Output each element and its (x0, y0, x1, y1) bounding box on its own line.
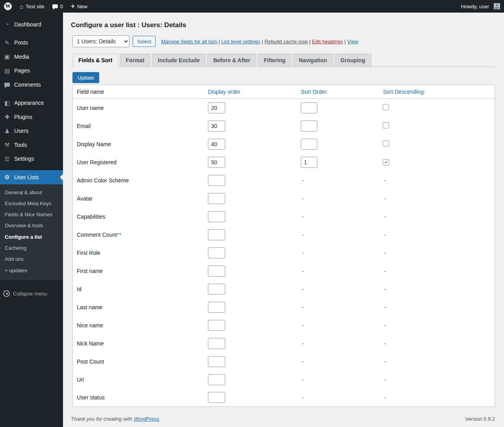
sort-descending-checkbox[interactable]: ✓ (383, 159, 389, 165)
display-order-input[interactable] (208, 247, 225, 258)
no-sort-dash: - (301, 394, 304, 401)
no-sort-dash: - (301, 377, 304, 383)
wordpress-link[interactable]: WordPress (134, 416, 159, 422)
new-content-menu[interactable]: + New (67, 0, 91, 13)
display-order-input[interactable] (208, 193, 225, 204)
no-descending-dash: - (383, 250, 386, 256)
sort-descending-checkbox[interactable] (383, 140, 389, 147)
sidebar-item-users[interactable]: ♟Users (0, 124, 63, 138)
sidebar-item-plugins[interactable]: ✚Plugins (0, 110, 63, 124)
plus-icon: + (71, 3, 75, 9)
tab-grouping[interactable]: Grouping (335, 54, 371, 67)
display-order-input[interactable] (208, 265, 225, 277)
sidebar-item-settings[interactable]: ☰Settings (0, 152, 63, 166)
tab-fields-sort[interactable]: Fields & Sort (72, 54, 118, 67)
tab-before-after[interactable]: Before & After (207, 54, 256, 67)
link-view[interactable]: View (347, 39, 358, 45)
display-order-input[interactable] (208, 139, 225, 150)
field-name: First Role (77, 250, 100, 256)
display-order-input[interactable] (208, 392, 225, 403)
tab-bar: Fields & SortFormatInclude ExcludeBefore… (71, 54, 495, 67)
collapse-menu-button[interactable]: ◀ Collapse menu (0, 286, 63, 301)
submenu-item-configure-a-list[interactable]: Configure a list (0, 232, 63, 243)
footer-thanks: Thank you for creating with WordPress. (71, 416, 161, 422)
tools-icon: ⚒ (3, 141, 11, 149)
sidebar-item-pages[interactable]: ▤Pages (0, 64, 63, 78)
table-header-row: Field nameDisplay orderSort Order:Sort D… (73, 85, 495, 99)
update-button[interactable]: Update (72, 72, 99, 83)
sort-descending-checkbox[interactable] (383, 122, 389, 128)
tab-format[interactable]: Format (120, 54, 150, 67)
sort-order-input[interactable] (301, 121, 317, 132)
display-order-input[interactable] (208, 211, 225, 222)
sidebar-item-comments[interactable]: Comments (0, 78, 63, 92)
no-sort-dash: - (301, 232, 304, 238)
display-order-input[interactable] (208, 175, 225, 186)
posts-icon: ✎ (3, 39, 11, 47)
column-header-display-order[interactable]: Display order (204, 85, 297, 99)
tab-filtering[interactable]: Filtering (258, 54, 291, 67)
link-edit-headings[interactable]: Edit headings (312, 39, 343, 45)
display-order-cell (204, 99, 297, 117)
sort-descending-checkbox[interactable] (383, 104, 389, 110)
display-order-cell (204, 371, 297, 389)
table-row: Avatar-- (73, 189, 495, 208)
sidebar-item-tools[interactable]: ⚒Tools (0, 138, 63, 152)
display-order-input[interactable] (208, 302, 225, 313)
comments-menu[interactable]: 0 (48, 0, 67, 13)
sidebar-item-dashboard[interactable]: ◔Dashboard (0, 17, 63, 32)
submenu-item-general-about[interactable]: General & about (0, 187, 63, 198)
new-label: New (77, 4, 87, 9)
gear-icon: ⚙ (3, 173, 11, 181)
sidebar-item-media[interactable]: ▣Media (0, 50, 63, 64)
field-name-cell: User name (73, 99, 204, 117)
sidebar-item-appearance[interactable]: ◧Appearance (0, 96, 63, 110)
field-name: Url (77, 377, 84, 383)
column-header-sort-descending[interactable]: Sort Descending: (379, 85, 495, 99)
sidebar-item-label: Plugins (14, 113, 32, 121)
display-order-input[interactable] (208, 374, 225, 385)
field-name-cell: Admin Color Scheme (73, 171, 204, 189)
field-name-cell: Last name (73, 298, 204, 316)
display-order-input[interactable] (208, 338, 225, 349)
sort-order-input[interactable] (301, 139, 317, 150)
display-order-input[interactable] (208, 121, 225, 132)
link-manage-fields-for-all-lists[interactable]: Manage fields for all lists (161, 39, 217, 45)
sidebar-item-label: Media (14, 53, 29, 60)
display-order-input[interactable] (208, 284, 225, 295)
plugins-icon: ✚ (3, 113, 11, 121)
link-rebuild-cache-now[interactable]: Rebuild cache now (265, 39, 308, 45)
submenu-item-fields-nice-names[interactable]: Fields & Nice Names (0, 209, 63, 220)
sort-order-input[interactable] (301, 157, 317, 168)
display-order-input[interactable] (208, 102, 225, 113)
my-account-menu[interactable]: Howdy, user (457, 0, 504, 13)
site-name-menu[interactable]: ⌂ Test site (16, 0, 48, 13)
sort-descending-cell: - (379, 353, 495, 371)
column-header-sort-order[interactable]: Sort Order: (297, 85, 379, 99)
list-select[interactable]: 1 Users: Details (72, 35, 130, 47)
sidebar-item-label: Users (14, 127, 29, 134)
list-controls-row: 1 Users: Details Select Manage fields fo… (72, 35, 495, 47)
link-list-level-settings[interactable]: List level settings (221, 39, 260, 45)
field-name: Avatar (77, 195, 93, 202)
display-order-input[interactable] (208, 356, 225, 367)
sort-descending-cell: - (379, 389, 495, 407)
tab-navigation[interactable]: Navigation (293, 54, 333, 67)
submenu-item-excluded-meta-keys[interactable]: Excluded Meta Keys (0, 198, 63, 209)
display-order-input[interactable] (208, 229, 225, 240)
submenu-item-cacheing[interactable]: Cacheing (0, 243, 63, 254)
sort-order-input[interactable] (301, 102, 317, 113)
submenu-item-overview-tools[interactable]: Overview & tools (0, 220, 63, 231)
no-descending-dash: - (383, 304, 386, 310)
tab-include-exclude[interactable]: Include Exclude (152, 54, 206, 67)
wordpress-logo-menu[interactable]: W (0, 0, 16, 13)
sidebar-item-label: Appearance (14, 99, 44, 106)
submenu-item-updates[interactable]: + updates (0, 265, 63, 276)
display-order-input[interactable] (208, 157, 225, 168)
sidebar-item-user-lists[interactable]: ⚙User Lists (0, 170, 63, 184)
sidebar-item-posts[interactable]: ✎Posts (0, 36, 63, 50)
select-button[interactable]: Select (133, 36, 156, 47)
submenu-item-add-ons[interactable]: Add ons (0, 254, 63, 265)
display-order-input[interactable] (208, 320, 225, 331)
display-order-cell (204, 171, 297, 189)
